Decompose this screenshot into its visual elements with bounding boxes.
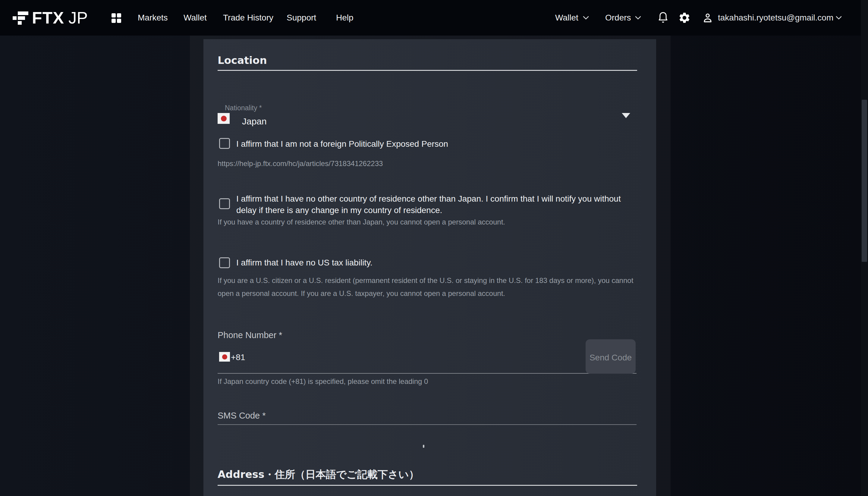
caret-artifact [423, 445, 424, 448]
account-email[interactable]: takahashi.ryotetsu@gmail.com [718, 13, 833, 22]
phone-input-underline [218, 373, 637, 374]
nav-link-help[interactable]: Help [336, 13, 354, 22]
checkbox-pep[interactable] [219, 138, 230, 149]
checkbox-us-tax-label[interactable]: I affirm that I have no US tax liability… [236, 258, 373, 267]
japan-flag-icon [218, 113, 230, 124]
section-divider [218, 70, 637, 71]
phone-number-label: Phone Number * [218, 330, 282, 340]
chevron-down-icon[interactable] [635, 16, 641, 20]
chevron-down-icon[interactable] [583, 16, 589, 20]
ftx-logo-icon [13, 11, 28, 25]
sms-code-input[interactable] [218, 409, 637, 424]
checkbox-residence-label[interactable]: I affirm that I have no other country of… [236, 193, 626, 216]
phone-number-input[interactable]: +81 [218, 350, 637, 374]
nationality-label: Nationality * [225, 104, 262, 112]
section-title-address: Address・住所（日本語でご記載下さい） [218, 468, 419, 482]
scrollbar-thumb[interactable] [862, 100, 867, 262]
checkbox-residence[interactable] [219, 198, 230, 209]
dropdown-arrow-icon [622, 113, 630, 118]
nav-link-support[interactable]: Support [286, 13, 316, 22]
phone-helper-text: If Japan country code (+81) is specified… [218, 377, 428, 386]
brand-name: FTX [32, 8, 64, 27]
section-title-location: Location [218, 54, 267, 66]
section-divider [218, 485, 637, 486]
notifications-bell-icon[interactable] [657, 11, 669, 25]
ftx-jp-logo[interactable]: FTX JP [13, 11, 88, 25]
wallet-dropdown[interactable]: Wallet [555, 13, 578, 22]
settings-gear-icon[interactable] [678, 12, 691, 24]
kyc-form-card: Location Nationality * Japan I affirm th… [203, 39, 656, 496]
nav-link-wallet[interactable]: Wallet [184, 13, 207, 22]
residence-helper-text: If you have a country of residence other… [218, 218, 505, 226]
checkbox-us-tax[interactable] [219, 257, 230, 268]
account-person-icon[interactable] [702, 12, 714, 24]
orders-dropdown[interactable]: Orders [605, 13, 631, 22]
apps-grid-icon[interactable] [111, 13, 121, 23]
nationality-value: Japan [242, 116, 267, 127]
pep-help-link[interactable]: https://help-jp.ftx.com/hc/ja/articles/7… [218, 159, 383, 168]
us-tax-helper-text: If you are a U.S. citizen or a U.S. resi… [218, 274, 637, 300]
send-code-button[interactable]: Send Code [586, 339, 636, 374]
top-navbar: FTX JP Markets Wallet Trade History Supp… [0, 0, 868, 35]
checkbox-pep-label[interactable]: I affirm that I am not a foreign Politic… [236, 139, 448, 149]
country-code-value: +81 [231, 353, 245, 362]
nationality-select[interactable]: Japan [218, 113, 637, 129]
nav-link-markets[interactable]: Markets [138, 13, 168, 22]
japan-flag-icon [219, 352, 230, 361]
chevron-down-icon[interactable] [835, 16, 842, 20]
nav-link-trade-history[interactable]: Trade History [223, 13, 273, 22]
brand-region: JP [68, 8, 88, 27]
sms-input-underline [218, 424, 637, 425]
